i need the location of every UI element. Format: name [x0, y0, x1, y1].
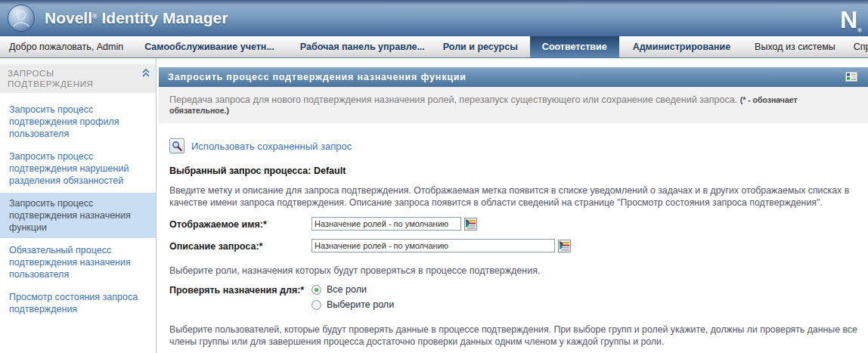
nav-logout[interactable]: Выход из системы — [752, 36, 839, 57]
sidebar-item-request-user-assignment-attestation[interactable]: Обязательный процесс подтверждения назна… — [0, 240, 156, 285]
radio-all-roles-label: Все роли — [327, 284, 367, 295]
use-saved-request-link[interactable]: Использовать сохраненный запрос — [191, 141, 352, 152]
verify-assignments-row: Проверять назначения для:* Все роли Выбе… — [169, 283, 857, 310]
portlet-window-icon[interactable] — [845, 72, 857, 84]
form-content: Использовать сохраненный запрос Выбранны… — [159, 123, 868, 348]
display-name-label: Отображаемое имя:* — [169, 217, 312, 230]
radio-select-roles[interactable]: Выберите роли — [312, 299, 394, 310]
verify-assignments-label: Проверять назначения для:* — [169, 283, 312, 310]
tab-identity-self-service[interactable]: Самообслуживание учетн... — [141, 36, 277, 57]
display-name-input[interactable] — [312, 217, 461, 231]
verify-assignments-options: Все роли Выберите роли — [312, 283, 394, 310]
display-name-row: Отображаемое имя:* — [169, 217, 857, 231]
novell-n-logo-icon: N® — [840, 6, 862, 34]
sidebar-section-header: ЗАПРОСЫ ПОДТВЕРЖДЕНИЯ — [0, 64, 156, 93]
request-description-label: Описание запроса:* — [169, 239, 312, 252]
app-title: Novell® Identity Manager — [45, 9, 228, 27]
top-navigation: Добро пожаловать, Admin Самообслуживание… — [0, 36, 868, 58]
nav-help[interactable]: Справка — [851, 36, 868, 57]
sidebar-item-request-sod-violation-attestation[interactable]: Запросить процесс подтверждения нарушени… — [0, 146, 156, 191]
radio-all-roles-circle[interactable] — [312, 285, 321, 295]
localize-display-name-icon[interactable] — [464, 218, 477, 231]
sidebar-item-request-user-profile-attestation[interactable]: Запросить процесс подтверждения профиля … — [0, 99, 156, 144]
intro-paragraph: Введите метку и описание для запроса под… — [169, 185, 857, 209]
tab-work-dashboard[interactable]: Рабочая панель управле... — [297, 36, 428, 57]
tab-roles-resources[interactable]: Роли и ресурсы — [440, 36, 521, 57]
main-panel: Запросить процесс подтверждения назначен… — [157, 58, 868, 353]
tab-administration[interactable]: Администрирование — [630, 36, 733, 57]
sidebar-section-title: ЗАПРОСЫ ПОДТВЕРЖДЕНИЯ — [8, 69, 93, 88]
portlet-description: Передача запроса для нового подтверждени… — [169, 94, 737, 105]
magnifier-icon[interactable] — [169, 138, 184, 153]
radio-select-roles-label: Выберите роли — [327, 299, 394, 310]
page-title: Запросить процесс подтверждения назначен… — [168, 72, 467, 82]
sidebar-menu: Запросить процесс подтверждения профиля … — [0, 93, 156, 320]
nav-welcome-admin[interactable]: Добро пожаловать, Admin — [6, 36, 126, 57]
portlet-description-bar: Передача запроса для нового подтверждени… — [159, 87, 868, 123]
request-description-input[interactable] — [312, 239, 555, 252]
request-description-row: Описание запроса:* — [169, 239, 857, 252]
sidebar-item-view-attestation-request-status[interactable]: Просмотр состояния запроса подтверждения — [0, 286, 156, 320]
use-saved-request-row: Использовать сохраненный запрос — [169, 138, 857, 153]
select-roles-text: Выберите роли, назначения которых будут … — [169, 265, 857, 276]
portlet-titlebar: Запросить процесс подтверждения назначен… — [159, 67, 868, 87]
radio-all-roles[interactable]: Все роли — [312, 284, 394, 295]
sidebar-item-request-role-assignment-attestation[interactable]: Запросить процесс подтверждения назначен… — [0, 193, 156, 238]
app-header: Novell® Identity Manager N® — [0, 0, 868, 36]
attestation-requests-sidebar: ЗАПРОСЫ ПОДТВЕРЖДЕНИЯ Запросить процесс … — [0, 58, 157, 353]
radio-select-roles-circle[interactable] — [312, 300, 321, 310]
select-users-paragraph: Выберите пользователей, которые будут пр… — [169, 324, 857, 348]
user-silhouette-icon — [8, 5, 35, 32]
page-body: ЗАПРОСЫ ПОДТВЕРЖДЕНИЯ Запросить процесс … — [0, 58, 868, 353]
selected-request-process: Выбранный запрос процесса: Default — [169, 166, 857, 176]
tab-compliance[interactable]: Соответствие — [530, 36, 619, 57]
localize-description-icon[interactable] — [558, 240, 571, 252]
collapse-section-icon[interactable] — [141, 69, 150, 79]
